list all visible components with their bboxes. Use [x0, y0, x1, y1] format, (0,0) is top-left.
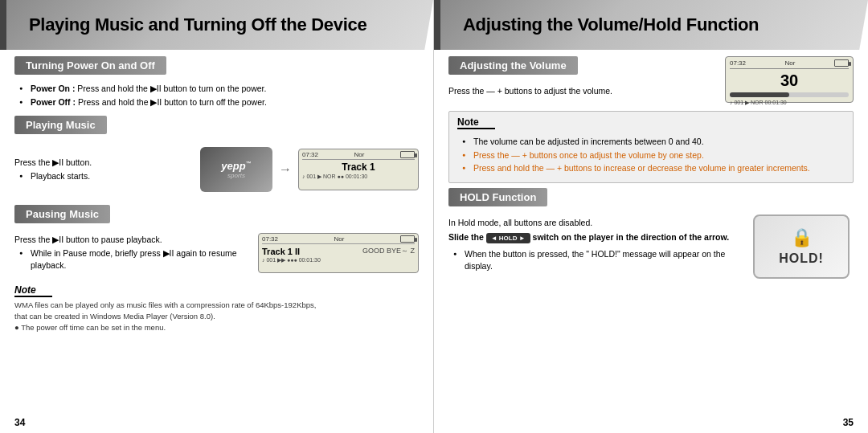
arrow-right-icon: → — [279, 162, 292, 177]
power-list: Power On : Press and hold the ▶II button… — [19, 83, 419, 108]
volume-note-list: The volume can be adjusted in increments… — [462, 136, 845, 174]
right-page: Adjusting the Volume/Hold Function Adjus… — [434, 0, 868, 433]
left-header-accent — [0, 0, 6, 50]
left-note-title: Note — [14, 284, 52, 297]
vol-mode: Nor — [785, 59, 796, 67]
volume-section-header: Adjusting the Volume — [448, 56, 578, 75]
pause-time: 07:32 — [262, 235, 278, 243]
note-line3: ● The power off time can be set in the m… — [14, 322, 419, 333]
pausing-screen: 07:32 Nor Track 1 II GOOD BYE～ Z ♪ 001 ▶… — [258, 233, 419, 273]
left-header: Playing Music and Turning Off the Device — [0, 0, 433, 50]
vol-time: 07:32 — [730, 59, 746, 67]
right-header-accent — [434, 0, 440, 50]
vol-bottom: ♪ 001 ▶ NOR 00:01:30 — [730, 100, 849, 106]
yepp-device: yepp™ sports — [200, 147, 272, 192]
playing-press: Press the ▶II button. — [14, 157, 192, 167]
pausing-section-header: Pausing Music — [14, 205, 110, 223]
battery-icon — [400, 151, 415, 158]
playing-bullet: Playback starts. — [19, 170, 192, 182]
screen-time: 07:32 — [302, 151, 318, 158]
vol-note-3: Press and hold the — + buttons to increa… — [462, 162, 845, 174]
power-on-item: Power On : Press and hold the ▶II button… — [19, 83, 419, 95]
pausing-list: While in Pause mode, briefly press ▶II a… — [19, 247, 250, 271]
lock-icon: 🔒 — [791, 227, 813, 248]
hold-right: 🔒 HOLD! — [749, 214, 854, 279]
screen-track: Track 1 — [302, 161, 415, 173]
volume-section: Adjusting the Volume Press the — + butto… — [448, 56, 854, 103]
left-content: Turning Power On and Off Power On : Pres… — [0, 56, 433, 333]
playing-diagram: yepp™ sports → 07:32 Nor Track 1 ♪ 001 ▶ — [200, 147, 419, 192]
right-content: Adjusting the Volume Press the — + butto… — [434, 56, 868, 279]
pausing-press: Press the ▶II button to pause playback. — [14, 235, 250, 244]
vol-note-1: The volume can be adjusted in increments… — [462, 136, 845, 148]
hold-list: When the button is pressed, the " HOLD!"… — [453, 248, 739, 272]
volume-screen: 07:32 Nor 30 ♪ 001 ▶ NOR 00:01:30 — [725, 56, 854, 103]
playing-screen: 07:32 Nor Track 1 ♪ 001 ▶ NOR ●● 00:01:3… — [298, 149, 419, 190]
power-section: Turning Power On and Off Power On : Pres… — [14, 56, 419, 108]
right-page-number: 35 — [843, 417, 854, 428]
pause-battery-icon — [400, 235, 415, 243]
screen-mode: Nor — [354, 151, 365, 158]
vol-bar — [730, 92, 849, 97]
hold-section-header: HOLD Function — [448, 188, 547, 206]
power-off-item: Power Off : Press and hold the ▶II butto… — [19, 96, 419, 108]
pause-mode: Nor — [334, 235, 345, 243]
right-header: Adjusting the Volume/Hold Function — [434, 0, 868, 50]
goodbye-text: GOOD BYE～ Z — [362, 246, 415, 256]
hold-label: HOLD! — [779, 251, 824, 266]
volume-note-title: Note — [457, 116, 495, 129]
power-section-header: Turning Power On and Off — [14, 56, 166, 75]
right-page-title: Adjusting the Volume/Hold Function — [450, 14, 759, 35]
pausing-section: Pausing Music Press the ▶II button to pa… — [14, 205, 419, 274]
vol-battery-icon — [834, 59, 849, 67]
pause-screen-top: 07:32 Nor — [262, 235, 415, 244]
pause-bottom: ♪ 001 ▶▶ ●●● 00:01:30 — [262, 257, 415, 263]
screen-top-row: 07:32 Nor — [302, 151, 415, 160]
pause-track: Track 1 II — [262, 247, 300, 256]
left-page-number: 34 — [14, 417, 25, 428]
yepp-logo: yepp™ — [221, 161, 251, 171]
left-page: Playing Music and Turning Off the Device… — [0, 0, 434, 433]
yepp-sports: sports — [227, 172, 245, 179]
hold-slide-text: Slide the ◄ HOLD ► switch on the player … — [448, 232, 739, 243]
hold-left: In Hold mode, all buttons are disabled. … — [448, 214, 739, 279]
playing-list: Playback starts. — [19, 170, 192, 182]
playing-section-header: Playing Music — [14, 116, 107, 134]
hold-intro: In Hold mode, all buttons are disabled. — [448, 218, 739, 227]
page-spread: Playing Music and Turning Off the Device… — [0, 0, 868, 433]
screen-bottom-row: ♪ 001 ▶ NOR ●● 00:01:30 — [302, 174, 415, 180]
vol-bar-fill — [730, 92, 789, 97]
hold-bullet: When the button is pressed, the " HOLD!"… — [453, 248, 739, 272]
left-page-title: Playing Music and Turning Off the Device — [16, 14, 366, 35]
vol-top-row: 07:32 Nor — [730, 59, 849, 69]
note-line2: that can be created in Windows Media Pla… — [14, 311, 419, 321]
playing-section: Playing Music Press the ▶II button. Play… — [14, 116, 419, 197]
hold-content: In Hold mode, all buttons are disabled. … — [448, 214, 854, 279]
note-line1: WMA files can be played only as music fi… — [14, 300, 419, 310]
volume-press: Press the — + buttons to adjust the volu… — [448, 86, 717, 96]
vol-number: 30 — [730, 71, 849, 90]
hold-box: 🔒 HOLD! — [753, 214, 850, 279]
vol-note-2: Press the — + buttons once to adjust the… — [462, 149, 845, 161]
volume-note: Note The volume can be adjusted in incre… — [448, 111, 854, 183]
hold-switch-icon: ◄ HOLD ► — [486, 233, 530, 243]
pausing-bullet: While in Pause mode, briefly press ▶II a… — [19, 247, 250, 271]
left-note: Note WMA files can be played only as mus… — [14, 283, 419, 333]
hold-section: HOLD Function In Hold mode, all buttons … — [448, 188, 854, 279]
